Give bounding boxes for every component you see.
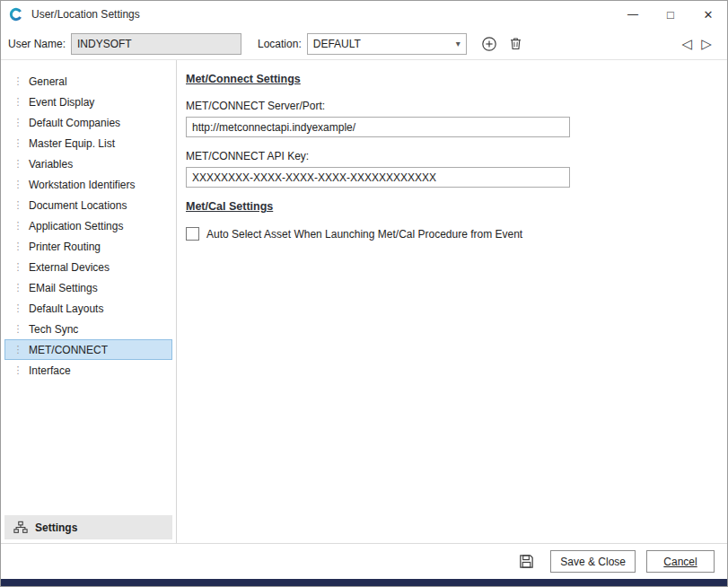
sidebar-item-label: General: [29, 75, 67, 88]
location-selected-value: DEFAULT: [313, 38, 456, 50]
save-button-icon[interactable]: [514, 550, 538, 574]
auto-select-checkbox-row: Auto Select Asset When Launching Met/Cal…: [186, 227, 727, 241]
chevron-down-icon: ▾: [456, 39, 460, 48]
body-area: ⋮General ⋮Event Display ⋮Default Compani…: [1, 60, 727, 543]
grip-icon: ⋮: [13, 117, 23, 128]
cancel-button[interactable]: Cancel: [646, 550, 715, 573]
app-logo-icon: [8, 6, 24, 22]
sidebar-item-external-devices[interactable]: ⋮External Devices: [4, 257, 172, 277]
grip-icon: ⋮: [13, 75, 23, 87]
grip-icon: ⋮: [13, 323, 23, 335]
maximize-button[interactable]: □: [652, 1, 689, 28]
grip-icon: ⋮: [13, 179, 23, 190]
met-cal-section-title: Met/Cal Settings: [186, 200, 727, 213]
auto-select-checkbox-label: Auto Select Asset When Launching Met/Cal…: [206, 228, 522, 241]
grip-icon: ⋮: [13, 137, 23, 149]
sidebar-item-printer-routing[interactable]: ⋮Printer Routing: [4, 236, 172, 257]
trash-icon: [508, 36, 523, 51]
sidebar-item-tech-sync[interactable]: ⋮Tech Sync: [4, 319, 172, 339]
settings-footer-label: Settings: [35, 521, 77, 534]
sidebar-item-master-equip-list[interactable]: ⋮Master Equip. List: [4, 133, 172, 153]
sidebar-item-label: Master Equip. List: [29, 137, 115, 150]
sidebar-item-met-connect[interactable]: ⋮MET/CONNECT: [4, 339, 172, 360]
sidebar-item-label: Tech Sync: [29, 323, 78, 336]
sidebar-item-variables[interactable]: ⋮Variables: [4, 153, 172, 174]
sidebar-item-label: Default Companies: [29, 117, 120, 129]
grip-icon: ⋮: [13, 199, 23, 211]
sidebar-item-label: Printer Routing: [29, 241, 101, 253]
sidebar-item-label: MET/CONNECT: [29, 344, 108, 356]
sidebar-item-email-settings[interactable]: ⋮EMail Settings: [4, 277, 172, 298]
location-dropdown[interactable]: DEFAULT ▾: [307, 33, 467, 55]
minimize-button[interactable]: —: [614, 1, 652, 28]
save-and-close-button[interactable]: Save & Close: [550, 550, 636, 573]
auto-select-checkbox[interactable]: [186, 227, 199, 241]
met-connect-section-title: Met/Connect Settings: [186, 73, 727, 85]
sidebar-item-label: Event Display: [29, 96, 94, 109]
user-name-label: User Name:: [8, 38, 66, 50]
grip-icon: ⋮: [13, 364, 23, 376]
met-connect-settings-panel: Met/Connect Settings MET/CONNECT Server/…: [177, 60, 727, 543]
window-title: User/Location Settings: [31, 8, 140, 21]
grip-icon: ⋮: [13, 96, 23, 108]
delete-location-button[interactable]: [504, 32, 528, 56]
nav-next-button[interactable]: ▷: [697, 36, 716, 52]
sidebar-list: ⋮General ⋮Event Display ⋮Default Compani…: [1, 71, 176, 515]
api-key-label: MET/CONNECT API Key:: [186, 150, 727, 162]
sidebar-item-document-locations[interactable]: ⋮Document Locations: [4, 195, 172, 215]
grip-icon: ⋮: [13, 158, 23, 170]
sidebar-item-default-layouts[interactable]: ⋮Default Layouts: [4, 298, 172, 319]
grip-icon: ⋮: [13, 261, 23, 273]
grip-icon: ⋮: [13, 282, 23, 294]
user-name-field[interactable]: [71, 33, 241, 55]
sidebar-item-general[interactable]: ⋮General: [4, 71, 172, 92]
sidebar-item-workstation-identifiers[interactable]: ⋮Workstation Identifiers: [4, 174, 172, 195]
sidebar-item-label: Application Settings: [29, 220, 123, 232]
cancel-button-label: Cancel: [663, 556, 697, 568]
footer-bar: Save & Close Cancel: [1, 543, 727, 579]
sidebar-item-default-companies[interactable]: ⋮Default Companies: [4, 112, 172, 133]
bottom-accent-strip: [1, 579, 727, 586]
sidebar-item-label: Variables: [29, 158, 73, 171]
sidebar-item-event-display[interactable]: ⋮Event Display: [4, 92, 172, 112]
sitemap-icon: [13, 521, 28, 535]
sidebar-item-application-settings[interactable]: ⋮Application Settings: [4, 215, 172, 236]
grip-icon: ⋮: [13, 220, 23, 232]
server-port-input[interactable]: [186, 117, 570, 137]
titlebar: User/Location Settings — □ ✕: [1, 1, 727, 28]
sidebar-item-label: EMail Settings: [29, 282, 98, 294]
floppy-save-icon: [518, 553, 535, 570]
grip-icon: ⋮: [13, 344, 23, 355]
grip-icon: ⋮: [13, 241, 23, 252]
sidebar-item-label: External Devices: [29, 261, 110, 274]
sidebar-item-label: Document Locations: [29, 199, 127, 212]
sidebar-item-label: Workstation Identifiers: [29, 179, 136, 191]
api-key-input[interactable]: [186, 167, 570, 188]
settings-sidebar: ⋮General ⋮Event Display ⋮Default Compani…: [1, 60, 177, 543]
location-label: Location:: [258, 38, 302, 50]
sidebar-footer-settings[interactable]: Settings: [4, 515, 172, 539]
sidebar-item-label: Interface: [29, 364, 71, 377]
grip-icon: ⋮: [13, 302, 23, 314]
add-location-button[interactable]: [478, 32, 501, 56]
user-location-settings-window: User/Location Settings — □ ✕ User Name: …: [0, 0, 728, 587]
nav-previous-button[interactable]: ◁: [677, 36, 697, 52]
close-button[interactable]: ✕: [689, 1, 727, 28]
server-port-label: MET/CONNECT Server/Port:: [186, 100, 727, 112]
sidebar-item-label: Default Layouts: [29, 302, 103, 315]
plus-circle-icon: [481, 36, 497, 52]
toolbar: User Name: Location: DEFAULT ▾ ◁ ▷: [1, 28, 727, 60]
sidebar-item-interface[interactable]: ⋮Interface: [4, 360, 172, 381]
